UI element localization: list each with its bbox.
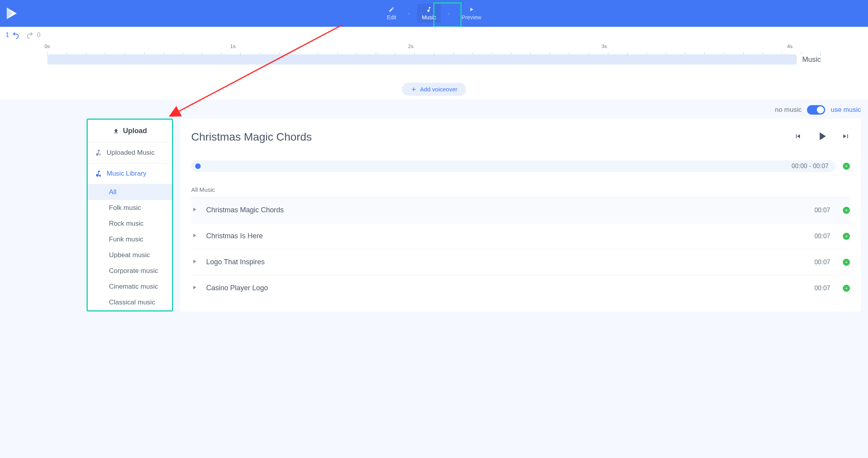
track-duration: 00:07 <box>814 285 830 292</box>
app-logo <box>5 6 19 20</box>
genre-folk[interactable]: Folk music <box>88 200 172 216</box>
play-icon <box>191 232 198 239</box>
play-icon <box>191 206 198 213</box>
track-play-button[interactable] <box>191 258 198 266</box>
track-list-header: All Music <box>191 181 850 197</box>
sidebar-item-uploaded-music[interactable]: Uploaded Music <box>88 143 172 163</box>
track-name: Logo That Inspires <box>206 258 806 266</box>
plus-icon <box>844 208 848 212</box>
player-panel: Christmas Magic Chords 00:00 - 00:07 <box>180 119 861 312</box>
track-name: Casino Player Logo <box>206 284 806 292</box>
genre-list: All Folk music Rock music Funk music Upb… <box>88 184 172 310</box>
timeline-panel: 1 0 0s 1s 2s 3s 4s Music <box>0 27 868 100</box>
plus-icon <box>410 86 417 93</box>
now-playing-title: Christmas Magic Chords <box>191 131 312 143</box>
skip-next-icon <box>842 132 850 140</box>
genre-classical[interactable]: Classical music <box>88 295 172 310</box>
tab-edit[interactable]: Edit <box>382 4 401 23</box>
music-toggle[interactable] <box>807 105 825 115</box>
track-row[interactable]: Christmas Is Here 00:07 <box>191 223 850 249</box>
track-row[interactable]: Logo That Inspires 00:07 <box>191 249 850 275</box>
track-play-button[interactable] <box>191 206 198 214</box>
plus-icon <box>844 260 848 264</box>
genre-corporate[interactable]: Corporate music <box>88 263 172 279</box>
undo-count: 1 <box>6 31 9 39</box>
add-voiceover-label: Add voiceover <box>420 86 457 93</box>
upload-button[interactable]: Upload <box>88 120 172 143</box>
undo-button[interactable]: 1 <box>6 31 20 39</box>
pencil-icon <box>388 6 395 13</box>
ruler-tick-2: 2s <box>408 43 414 49</box>
plus-icon <box>844 286 848 290</box>
sidebar-library-label: Music Library <box>107 170 146 178</box>
genre-upbeat[interactable]: Upbeat music <box>88 247 172 263</box>
tab-edit-label: Edit <box>387 14 396 20</box>
ruler-tick-3: 3s <box>602 43 607 49</box>
add-current-track-button[interactable] <box>843 163 850 170</box>
previous-track-button[interactable] <box>794 132 802 142</box>
timeline-ruler[interactable]: 0s 1s 2s 3s 4s <box>47 43 821 54</box>
workflow-tabs: Edit › Music › Preview <box>382 4 486 23</box>
upload-icon <box>113 128 119 134</box>
tab-music[interactable]: Music <box>417 4 441 23</box>
seek-bar[interactable]: 00:00 - 00:07 <box>191 160 836 172</box>
genre-rock[interactable]: Rock music <box>88 216 172 232</box>
track-name: Christmas Magic Chords <box>206 206 806 214</box>
skip-previous-icon <box>794 132 802 140</box>
use-music-label: use music <box>831 106 861 114</box>
seek-handle[interactable] <box>195 163 201 169</box>
music-upload-icon <box>94 149 102 157</box>
play-icon <box>191 284 198 291</box>
upload-label: Upload <box>123 127 147 135</box>
add-voiceover-button[interactable]: Add voiceover <box>402 83 466 96</box>
plus-icon <box>844 234 848 238</box>
music-sidebar: Upload Uploaded Music Music Library All … <box>87 119 173 312</box>
tab-preview-label: Preview <box>462 14 481 20</box>
seek-time-range: 00:00 - 00:07 <box>792 163 829 170</box>
genre-cinematic[interactable]: Cinematic music <box>88 279 172 295</box>
chevron-right-icon: › <box>408 10 410 17</box>
sidebar-item-music-library[interactable]: Music Library <box>88 163 172 184</box>
genre-all[interactable]: All <box>88 184 172 200</box>
track-duration: 00:07 <box>814 233 830 240</box>
ruler-tick-1: 1s <box>230 43 236 49</box>
top-bar: Edit › Music › Preview <box>0 0 868 27</box>
track-duration: 00:07 <box>814 207 830 214</box>
add-track-button[interactable] <box>843 259 850 266</box>
redo-button[interactable]: 0 <box>26 31 40 39</box>
play-icon <box>191 258 198 265</box>
music-library-icon <box>94 170 102 178</box>
tab-music-label: Music <box>422 14 436 20</box>
track-row[interactable]: Casino Player Logo 00:07 <box>191 275 850 301</box>
tab-preview[interactable]: Preview <box>457 4 486 23</box>
play-icon <box>468 6 475 13</box>
no-music-label: no music <box>775 106 802 114</box>
redo-icon <box>26 31 34 39</box>
chevron-right-icon: › <box>448 10 450 17</box>
play-icon <box>815 130 829 143</box>
track-row[interactable]: Christmas Magic Chords 00:07 <box>191 197 850 223</box>
undo-icon <box>11 31 20 39</box>
music-track-label: Music <box>802 56 821 64</box>
plus-icon <box>844 164 848 168</box>
music-toggle-row: no music use music <box>0 100 868 119</box>
ruler-tick-4: 4s <box>787 43 792 49</box>
add-track-button[interactable] <box>843 285 850 292</box>
redo-count: 0 <box>37 31 40 39</box>
svg-point-0 <box>99 175 101 177</box>
music-note-icon <box>426 6 432 13</box>
sidebar-uploaded-label: Uploaded Music <box>107 149 155 157</box>
track-duration: 00:07 <box>814 259 830 266</box>
music-track-bar[interactable] <box>47 54 797 65</box>
track-name: Christmas Is Here <box>206 232 806 240</box>
track-play-button[interactable] <box>191 284 198 292</box>
add-track-button[interactable] <box>843 233 850 240</box>
add-track-button[interactable] <box>843 207 850 214</box>
ruler-tick-0: 0s <box>44 43 50 49</box>
play-button[interactable] <box>815 130 829 145</box>
next-track-button[interactable] <box>842 132 850 142</box>
track-play-button[interactable] <box>191 232 198 240</box>
genre-funk[interactable]: Funk music <box>88 232 172 247</box>
